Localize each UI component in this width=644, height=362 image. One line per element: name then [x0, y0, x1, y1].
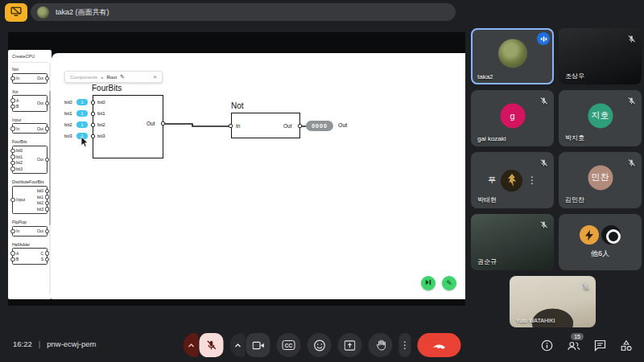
- palette-item[interactable]: HalfAdder AB CS: [12, 242, 47, 265]
- camera-toggle-button[interactable]: [246, 333, 270, 357]
- palette-item[interactable]: Input In Out: [12, 117, 47, 134]
- screen-share-pill[interactable]: taka2 (画面共有): [31, 3, 456, 21]
- people-button[interactable]: 15: [567, 340, 580, 352]
- palette-item[interactable]: Not In Out: [12, 67, 47, 84]
- present-button[interactable]: [338, 333, 362, 357]
- step-button[interactable]: [421, 276, 436, 290]
- top-bar: taka2 (画面共有): [0, 0, 644, 24]
- palette-item-outputs: Out: [37, 126, 43, 131]
- not-in-port[interactable]: [229, 124, 233, 128]
- participant-name: gai kozaki: [477, 135, 506, 142]
- participant-tile[interactable]: ⋮ taka2 taka2: [471, 28, 554, 84]
- palette-item-box[interactable]: AB CS: [12, 248, 47, 265]
- palette-item[interactable]: Xor AB Out: [12, 89, 47, 112]
- circuit-canvas[interactable]: Components » Root ✎ × FourBits bit0 1 bi…: [52, 53, 465, 299]
- participant-name: taka2: [477, 73, 493, 80]
- participant-tile[interactable]: ⋮ 他6人 他6人: [559, 214, 642, 270]
- bit-toggle[interactable]: 1: [76, 133, 88, 139]
- present-screen-icon: [345, 340, 356, 351]
- bit-toggle[interactable]: 1: [76, 99, 88, 105]
- avatar: 민찬: [588, 165, 613, 190]
- mic-off-icon: [539, 94, 548, 109]
- fourbits-title: FourBits: [92, 84, 122, 93]
- participant-tile[interactable]: g ⋮ gai kozaki gai kozaki: [471, 90, 554, 146]
- mic-control-group: [184, 333, 224, 357]
- app-title: CreateCPU: [12, 54, 47, 63]
- mic-off-icon: [581, 280, 590, 294]
- port-label: bit1: [16, 154, 23, 159]
- palette-item-inputs: bit0bit1bit2bit3: [16, 148, 23, 171]
- participant-tile[interactable]: 지호 ⋮ 박지호 박지호: [559, 90, 642, 146]
- fourbits-input-row: bit3 1 bit3: [64, 133, 121, 140]
- palette-item[interactable]: FlipFlop In Out: [12, 220, 47, 237]
- presentation-warning-button[interactable]: [5, 3, 27, 22]
- mic-off-icon: [206, 339, 217, 351]
- input-port[interactable]: [91, 101, 95, 105]
- reactions-button[interactable]: [308, 333, 332, 357]
- palette-item[interactable]: DistributeFourBits Input bit0bit1bit2bit…: [12, 179, 47, 214]
- mic-options-button[interactable]: [184, 333, 199, 357]
- scrollbar-thumb[interactable]: [49, 91, 52, 225]
- avatar-initials: 민찬: [592, 171, 609, 183]
- input-signal-label: bit0: [64, 100, 72, 105]
- activities-button[interactable]: [620, 339, 633, 352]
- palette-item[interactable]: FourBits bit0bit1bit2bit3 Out: [12, 139, 47, 174]
- bit-toggle[interactable]: 1: [76, 121, 88, 128]
- palette-item-inputs: AB: [16, 98, 19, 109]
- palette-item-outputs: Out: [37, 148, 43, 171]
- more-options-icon[interactable]: ⋮: [527, 175, 537, 186]
- input-port[interactable]: [91, 134, 95, 138]
- speaking-indicator-icon: [537, 32, 550, 45]
- not-title: Not: [231, 101, 244, 110]
- participant-tile[interactable]: ⋮ 권순규 권순규: [471, 214, 554, 270]
- port-label: Out: [37, 101, 43, 105]
- close-icon[interactable]: ×: [153, 73, 157, 80]
- captions-button[interactable]: CC: [277, 333, 301, 357]
- input-port[interactable]: [91, 123, 95, 127]
- camera-options-button[interactable]: [230, 333, 246, 357]
- mic-toggle-button[interactable]: [200, 333, 224, 357]
- end-call-button[interactable]: [418, 333, 461, 357]
- more-options-button[interactable]: ⋮: [399, 333, 411, 357]
- breadcrumb-current[interactable]: Root: [106, 75, 117, 80]
- palette-item-box[interactable]: bit0bit1bit2bit3 Out: [12, 146, 47, 175]
- palette-item-outputs: Out: [37, 228, 43, 233]
- participant-name: 권순규: [477, 257, 497, 266]
- fourbits-out-port[interactable]: [161, 121, 165, 125]
- screen-share-view: CreateCPU Not In Out Xor: [8, 32, 465, 306]
- port-label: S: [40, 257, 43, 261]
- edit-icon[interactable]: ✎: [120, 74, 125, 80]
- component-palette: CreateCPU Not In Out Xor: [8, 50, 52, 299]
- self-view-tile[interactable]: Yuto WATAHIKI: [510, 276, 596, 327]
- palette-item-box[interactable]: Input bit0bit1bit2bit3: [12, 186, 47, 215]
- palette-item-box[interactable]: In Out: [12, 123, 47, 134]
- camera-control-group: [230, 333, 270, 357]
- overflow-count-label: 他6人: [591, 249, 609, 259]
- participant-tile[interactable]: 민찬 ⋮ 김민찬 김민찬: [559, 152, 642, 208]
- palette-item-box[interactable]: AB Out: [12, 95, 47, 112]
- port-label: Out: [37, 157, 43, 162]
- palette-item-box[interactable]: In Out: [12, 226, 47, 237]
- not-out-port[interactable]: [298, 124, 302, 128]
- participant-tile[interactable]: ⋮ 조상우 조상우: [559, 28, 642, 84]
- share-pill-label: taka2 (画面共有): [56, 7, 109, 18]
- more-vertical-icon: ⋮: [400, 339, 410, 351]
- participant-count-badge: 15: [571, 333, 584, 340]
- output-label: Out: [338, 122, 347, 128]
- breadcrumb-section[interactable]: Components: [70, 75, 97, 80]
- palette-scrollbar[interactable]: [49, 63, 52, 294]
- edit-mode-button[interactable]: ✎: [442, 276, 456, 290]
- raise-hand-button[interactable]: [369, 333, 393, 357]
- meeting-info: 16:22 | pnw-ecwj-pem: [13, 339, 97, 348]
- control-bar: 16:22 | pnw-ecwj-pem CC: [0, 328, 644, 362]
- palette-item-name: FlipFlop: [12, 220, 47, 224]
- port-label: bit2: [97, 122, 105, 127]
- port-label: bit2: [16, 160, 23, 165]
- info-button[interactable]: [541, 339, 553, 352]
- participant-tile[interactable]: 푸 ⋮ 박태현 박태현: [471, 152, 554, 208]
- chat-button[interactable]: [594, 339, 606, 352]
- palette-item-box[interactable]: In Out: [12, 73, 47, 84]
- input-port[interactable]: [91, 112, 95, 116]
- bit-toggle[interactable]: 1: [76, 110, 88, 117]
- port-label: bit0: [16, 148, 23, 153]
